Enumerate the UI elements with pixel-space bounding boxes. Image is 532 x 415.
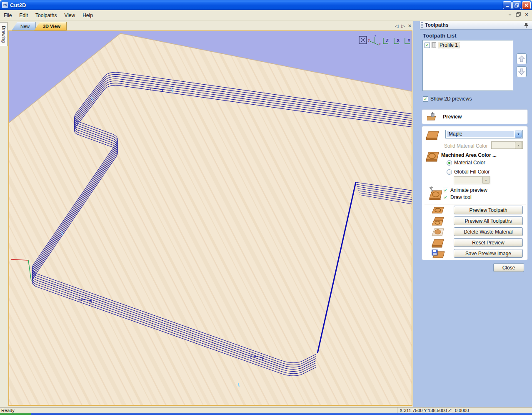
window-title: Cut2D (10, 2, 26, 8)
machined-area-color-label: Machined Area Color ... (441, 152, 497, 158)
global-fill-color-radio-row[interactable]: Global Fill Color (447, 169, 490, 175)
preview-toolpath-button[interactable]: Preview Toolpath (454, 206, 523, 214)
material-select[interactable]: Maple ▼ (445, 130, 523, 138)
preview-section-icon (427, 112, 438, 121)
mdi-close-button[interactable]: × (524, 12, 530, 18)
app-icon: 2D (2, 2, 8, 8)
chevron-down-icon: ▼ (515, 142, 522, 149)
menu-view[interactable]: View (60, 11, 79, 20)
titlebar[interactable]: 2D Cut2D (0, 0, 532, 10)
save-preview-image-button[interactable]: Save Preview Image (454, 249, 523, 258)
down-arrow-icon (518, 68, 525, 75)
menu-edit[interactable]: Edit (15, 11, 32, 20)
delete-waste-icon (431, 227, 446, 237)
toolpath-item-label[interactable]: Profile 1 (438, 42, 460, 48)
menu-help[interactable]: Help (79, 11, 97, 20)
chevron-down-icon[interactable]: ▼ (515, 131, 522, 138)
3d-view-canvas[interactable]: z y x Z X Y (8, 30, 412, 406)
preview-toolpath-icon (431, 206, 446, 216)
drawing-side-tab[interactable]: Drawing (0, 22, 7, 46)
cursor-coordinates: X:311.7500 Y:138.5000 Z: 0.0000 (397, 407, 532, 414)
menu-toolpaths[interactable]: Toolpaths (32, 11, 60, 20)
chevron-down-icon: ▼ (482, 177, 490, 184)
panel-title: Toolpaths (425, 22, 448, 28)
preview-section-header: Preview (422, 109, 528, 124)
client-area: Drawing New 3D View ◁ ▷ ✕ (0, 21, 532, 407)
preview-form: Maple ▼ Solid Material Color ▼ Machined … (422, 126, 528, 260)
close-button[interactable] (522, 1, 531, 9)
menubar: File Edit Toolpaths View Help – × (0, 10, 532, 21)
toolpaths-panel: Toolpaths Toolpath List ✓ Profile 1 (420, 21, 532, 407)
svg-text:y: y (368, 38, 370, 42)
move-toolpath-down-button[interactable] (517, 66, 527, 77)
restore-button[interactable] (512, 1, 521, 9)
toolpath-list-item[interactable]: ✓ Profile 1 (423, 40, 513, 50)
tool-block-icon (427, 186, 444, 201)
pushpin-icon[interactable] (524, 23, 529, 28)
toolpaths-panel-header[interactable]: Toolpaths (420, 21, 532, 30)
svg-text:x: x (379, 43, 381, 45)
draw-tool-checkbox[interactable]: ✓ (443, 195, 448, 200)
svg-text:X: X (397, 38, 400, 43)
animate-preview-row[interactable]: ✓ Animate preview (443, 187, 487, 193)
material-select-value: Maple (447, 131, 514, 137)
panel-close-button[interactable]: Close (493, 263, 524, 272)
toolpath-list-title: Toolpath List (423, 33, 457, 39)
reset-preview-icon (431, 238, 446, 248)
tab-scroll-right-icon[interactable]: ▷ (401, 23, 405, 29)
draw-tool-row[interactable]: ✓ Draw tool (443, 194, 472, 200)
animate-preview-checkbox[interactable]: ✓ (443, 188, 448, 193)
mdi-minimize-button[interactable]: – (507, 12, 513, 18)
material-color-radio[interactable] (447, 160, 452, 166)
taskbar-strip[interactable] (0, 413, 532, 415)
divider (425, 204, 526, 204)
tab-3d-view[interactable]: 3D View (34, 22, 67, 30)
show-2d-previews-row[interactable]: ✓ Show 2D previews (423, 96, 472, 102)
menu-file[interactable]: File (0, 11, 15, 20)
status-message: Ready (1, 408, 15, 413)
panel-splitter[interactable] (413, 21, 420, 407)
solid-material-color-select: ▼ (491, 141, 523, 149)
tab-new[interactable]: New (12, 22, 36, 30)
svg-text:Z: Z (386, 38, 389, 43)
save-image-icon (431, 249, 446, 259)
preview-section-title: Preview (443, 114, 462, 120)
preview-all-toolpaths-button[interactable]: Preview All Toolpaths (454, 216, 523, 225)
view-tabstrip: New 3D View ◁ ▷ ✕ (8, 22, 412, 30)
up-arrow-icon (518, 55, 525, 63)
toolpath-list[interactable]: ✓ Profile 1 (422, 40, 513, 91)
status-bar: Ready X:311.7500 Y:138.5000 Z: 0.0000 (0, 407, 532, 413)
drag-grip-icon[interactable] (421, 22, 423, 28)
wood-sheet (9, 33, 412, 405)
preview-all-icon (431, 216, 446, 226)
cut2d-window: 2D Cut2D File Edit Toolpaths View Help –… (0, 0, 532, 415)
svg-text:Y: Y (407, 38, 411, 43)
minimize-button[interactable] (503, 1, 512, 9)
tab-close-icon[interactable]: ✕ (408, 23, 412, 29)
svg-text:z: z (375, 35, 376, 38)
material-block-icon (425, 129, 440, 141)
tab-scroll-left-icon[interactable]: ◁ (395, 23, 398, 29)
move-toolpath-up-button[interactable] (517, 53, 527, 64)
delete-waste-material-button[interactable]: Delete Waste Material (454, 227, 523, 236)
machined-area-icon (425, 150, 440, 163)
material-color-radio-row[interactable]: Material Color (447, 160, 485, 166)
mdi-restore-button[interactable] (515, 12, 521, 18)
toolpath-item-icon (432, 42, 436, 48)
show-2d-previews-checkbox[interactable]: ✓ (423, 96, 428, 102)
3d-scene: z y x Z X Y (9, 31, 412, 405)
solid-material-color-label: Solid Material Color (444, 143, 488, 149)
reset-preview-button[interactable]: Reset Preview (454, 238, 523, 247)
global-fill-color-radio[interactable] (447, 169, 452, 175)
toolpath-visible-checkbox[interactable]: ✓ (425, 43, 430, 48)
start-button-edge[interactable] (0, 413, 31, 415)
global-fill-color-select: ▼ (454, 176, 490, 184)
